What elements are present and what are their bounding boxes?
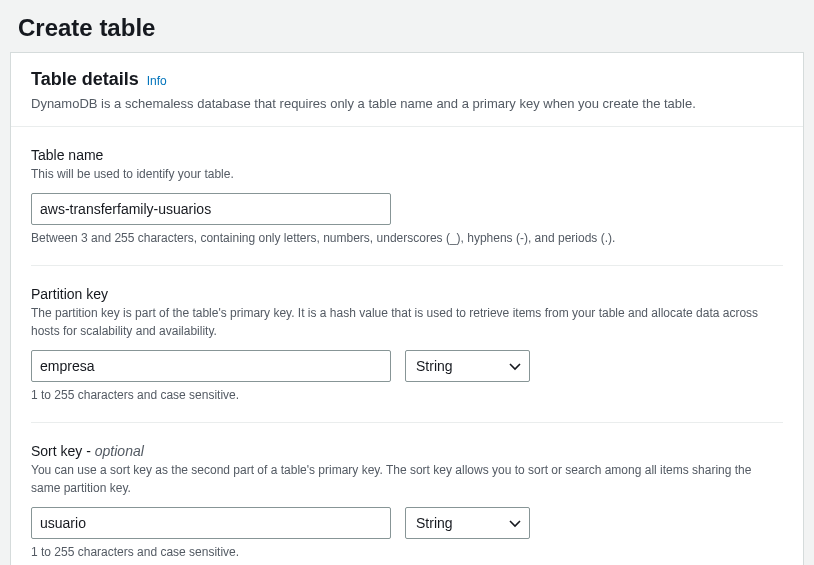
chevron-down-icon bbox=[509, 358, 521, 374]
sort-key-input[interactable] bbox=[31, 507, 391, 539]
sort-key-type-value: String bbox=[416, 515, 453, 531]
table-name-field: Table name This will be used to identify… bbox=[31, 147, 783, 266]
partition-key-type-value: String bbox=[416, 358, 453, 374]
chevron-down-icon bbox=[509, 515, 521, 531]
table-details-panel: Table details Info DynamoDB is a schemal… bbox=[10, 52, 804, 565]
partition-key-label: Partition key bbox=[31, 286, 783, 302]
sort-key-optional-text: optional bbox=[95, 443, 144, 459]
sort-key-label-text: Sort key - bbox=[31, 443, 95, 459]
panel-description: DynamoDB is a schemaless database that r… bbox=[31, 94, 783, 114]
table-name-label: Table name bbox=[31, 147, 783, 163]
partition-key-type-select[interactable]: String bbox=[405, 350, 530, 382]
table-name-input[interactable] bbox=[31, 193, 391, 225]
partition-key-field: Partition key The partition key is part … bbox=[31, 286, 783, 423]
sort-key-constraint: 1 to 255 characters and case sensitive. bbox=[31, 545, 783, 559]
panel-title: Table details bbox=[31, 69, 139, 90]
sort-key-field: Sort key - optional You can use a sort k… bbox=[31, 443, 783, 566]
panel-header: Table details Info DynamoDB is a schemal… bbox=[11, 53, 803, 127]
sort-key-type-select[interactable]: String bbox=[405, 507, 530, 539]
page-title: Create table bbox=[0, 0, 814, 52]
partition-key-input[interactable] bbox=[31, 350, 391, 382]
table-name-constraint: Between 3 and 255 characters, containing… bbox=[31, 231, 783, 245]
sort-key-help: You can use a sort key as the second par… bbox=[31, 461, 783, 497]
sort-key-label: Sort key - optional bbox=[31, 443, 783, 459]
partition-key-constraint: 1 to 255 characters and case sensitive. bbox=[31, 388, 783, 402]
partition-key-help: The partition key is part of the table's… bbox=[31, 304, 783, 340]
info-link[interactable]: Info bbox=[147, 74, 167, 88]
table-name-help: This will be used to identify your table… bbox=[31, 165, 783, 183]
